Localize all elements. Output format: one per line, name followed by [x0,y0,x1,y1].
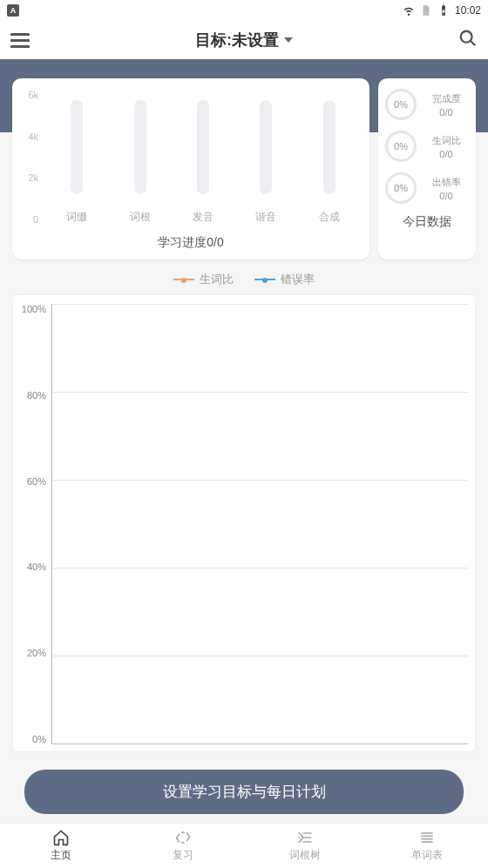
svg-line-1 [471,41,476,46]
bar-chart: 词缀 词根 发音 谐音 合成 [42,91,364,225]
nav-wordlist[interactable]: 单词表 [366,824,488,868]
status-time: 10:02 [455,4,481,17]
today-row-completion: 0% 完成度 0/0 [385,89,469,120]
set-goal-button[interactable]: 设置学习目标与每日计划 [24,770,464,814]
keyboard-icon: A [7,4,19,17]
recycle-icon [174,829,192,846]
bar-chart-yaxis: 6k 4k 2k 0 [17,91,42,225]
line-chart-yaxis: 100% 80% 60% 40% 20% 0% [20,304,51,744]
search-icon [458,29,478,48]
legend-item-error: 错误率 [254,272,315,287]
progress-card: 6k 4k 2k 0 词缀 词根 发音 谐音 合成 学习进度0/0 [12,78,369,259]
error-pct: 0% [385,172,417,204]
header-title-text: 目标:未设置 [195,30,279,50]
bar-col: 词根 [108,100,171,225]
today-row-error: 0% 出错率 0/0 [385,172,469,204]
nav-review[interactable]: 复习 [122,824,244,868]
app-header: 目标:未设置 [0,21,488,59]
bar-col: 词缀 [45,100,108,225]
line-chart-plot [51,304,468,744]
nav-home[interactable]: 主页 [0,824,122,868]
wifi-icon [403,4,415,17]
today-caption: 今日数据 [385,214,469,230]
nav-roottree[interactable]: 词根树 [244,824,366,868]
chevron-down-icon [284,37,293,43]
search-button[interactable] [458,29,478,51]
tree-icon [296,829,314,846]
status-bar: A 10:02 [0,0,488,21]
today-card: 0% 完成度 0/0 0% 生词比 0/0 0% 出错率 0/0 今日数据 [378,78,476,259]
bar-col: 发音 [172,100,234,225]
bottom-nav: 主页 复习 词根树 单词表 [0,823,488,868]
header-title-dropdown[interactable]: 目标:未设置 [195,30,293,50]
list-icon [418,829,436,846]
completion-pct: 0% [385,89,417,120]
bar-col: 合成 [298,100,361,225]
chart-legend: 生词比 错误率 [0,272,488,287]
battery-icon [437,4,450,17]
legend-item-newword: 生词比 [173,272,234,287]
today-row-newword: 0% 生词比 0/0 [385,131,469,162]
sim-icon [420,4,432,17]
legend-swatch-blue [254,279,275,280]
newword-pct: 0% [385,131,417,162]
bar-col: 谐音 [234,100,297,225]
progress-caption: 学习进度0/0 [17,235,364,251]
menu-button[interactable] [10,28,35,52]
line-chart-card: 100% 80% 60% 40% 20% 0% [12,294,476,752]
legend-swatch-orange [173,279,194,280]
svg-point-0 [461,31,472,43]
home-icon [52,829,70,846]
